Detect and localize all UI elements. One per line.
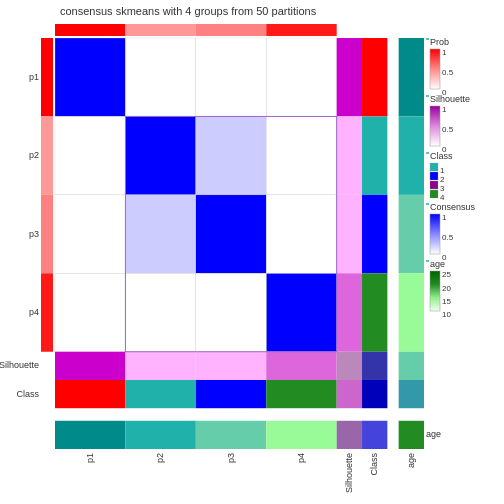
chart-container bbox=[0, 0, 504, 504]
